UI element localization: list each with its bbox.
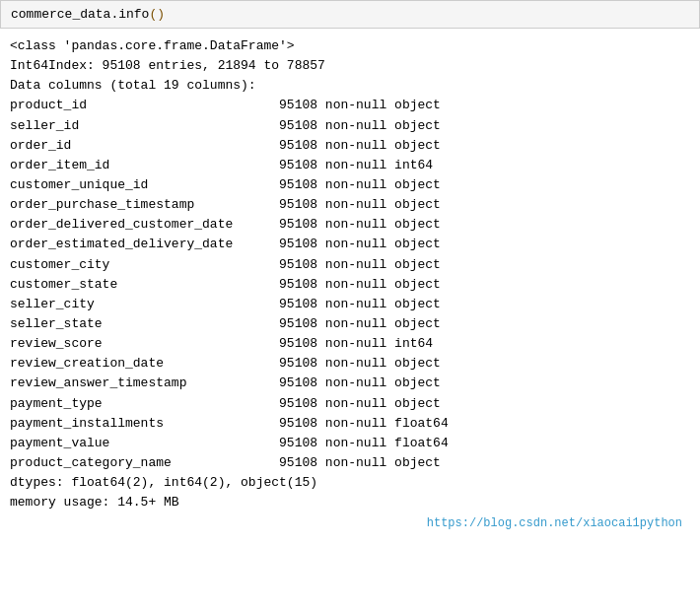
column-row: order_delivered_customer_date 95108 non-… bbox=[10, 215, 690, 235]
column-null: non-null bbox=[325, 414, 394, 434]
column-row: order_id 95108 non-null object bbox=[10, 136, 690, 156]
column-null: non-null bbox=[325, 136, 394, 156]
column-dtype: object bbox=[394, 96, 441, 115]
column-row: product_category_name 95108 non-null obj… bbox=[10, 453, 690, 473]
column-row: payment_value 95108 non-null float64 bbox=[10, 434, 690, 453]
column-dtype: int64 bbox=[394, 156, 433, 175]
column-dtype: object bbox=[394, 374, 441, 393]
column-null: non-null bbox=[325, 434, 394, 453]
column-dtype: object bbox=[394, 136, 441, 156]
column-null: non-null bbox=[325, 334, 394, 354]
column-dtype: float64 bbox=[394, 414, 449, 434]
column-row: customer_city 95108 non-null object bbox=[10, 255, 690, 275]
column-null: non-null bbox=[325, 453, 394, 473]
header-text-1: Int64Index: 95108 entries, 21894 to 7885… bbox=[10, 56, 325, 76]
column-row: seller_city 95108 non-null object bbox=[10, 295, 690, 314]
column-row: product_id 95108 non-null object bbox=[10, 96, 690, 115]
footer-line-0: dtypes: float64(2), int64(2), object(15) bbox=[10, 473, 690, 493]
column-name: customer_city bbox=[10, 255, 279, 275]
column-row: order_estimated_delivery_date 95108 non-… bbox=[10, 235, 690, 254]
column-row: review_answer_timestamp 95108 non-null o… bbox=[10, 374, 690, 393]
column-name: review_answer_timestamp bbox=[10, 374, 279, 393]
column-name: order_delivered_customer_date bbox=[10, 215, 279, 235]
column-name: seller_city bbox=[10, 295, 279, 314]
column-row: order_purchase_timestamp 95108 non-null … bbox=[10, 195, 690, 215]
column-null: non-null bbox=[325, 275, 394, 295]
column-row: seller_id 95108 non-null object bbox=[10, 116, 690, 136]
column-row: customer_unique_id 95108 non-null object bbox=[10, 175, 690, 195]
column-null: non-null bbox=[325, 96, 394, 115]
header-line-2: Data columns (total 19 columns): bbox=[10, 76, 690, 96]
column-count: 95108 bbox=[279, 156, 325, 175]
column-count: 95108 bbox=[279, 434, 325, 453]
column-dtype: object bbox=[394, 314, 441, 334]
column-null: non-null bbox=[325, 295, 394, 314]
column-dtype: int64 bbox=[394, 334, 433, 354]
column-null: non-null bbox=[325, 156, 394, 175]
column-name: review_creation_date bbox=[10, 354, 279, 374]
column-name: payment_installments bbox=[10, 414, 279, 434]
column-dtype: object bbox=[394, 235, 441, 254]
column-count: 95108 bbox=[279, 314, 325, 334]
code-text: commerce_data.info bbox=[11, 7, 149, 22]
column-name: order_id bbox=[10, 136, 279, 156]
header-text-0: <class 'pandas.core.frame.DataFrame'> bbox=[10, 36, 295, 56]
column-dtype: object bbox=[394, 453, 441, 473]
column-name: seller_state bbox=[10, 314, 279, 334]
column-null: non-null bbox=[325, 116, 394, 136]
header-text-2: Data columns (total 19 columns): bbox=[10, 76, 256, 96]
column-name: seller_id bbox=[10, 116, 279, 136]
column-name: payment_value bbox=[10, 434, 279, 453]
column-dtype: object bbox=[394, 394, 441, 414]
column-count: 95108 bbox=[279, 334, 325, 354]
notebook-cell: commerce_data.info() <class 'pandas.core… bbox=[0, 0, 700, 614]
column-null: non-null bbox=[325, 374, 394, 393]
column-name: order_purchase_timestamp bbox=[10, 195, 279, 215]
column-null: non-null bbox=[325, 195, 394, 215]
column-dtype: float64 bbox=[394, 434, 449, 453]
column-count: 95108 bbox=[279, 235, 325, 254]
columns-container: product_id 95108 non-null objectseller_i… bbox=[10, 96, 690, 473]
column-name: order_estimated_delivery_date bbox=[10, 235, 279, 254]
column-count: 95108 bbox=[279, 175, 325, 195]
column-row: seller_state 95108 non-null object bbox=[10, 314, 690, 334]
column-null: non-null bbox=[325, 255, 394, 275]
column-name: customer_state bbox=[10, 275, 279, 295]
column-null: non-null bbox=[325, 314, 394, 334]
column-count: 95108 bbox=[279, 374, 325, 393]
column-dtype: object bbox=[394, 295, 441, 314]
column-dtype: object bbox=[394, 116, 441, 136]
column-name: order_item_id bbox=[10, 156, 279, 175]
column-dtype: object bbox=[394, 195, 441, 215]
column-count: 95108 bbox=[279, 453, 325, 473]
column-name: review_score bbox=[10, 334, 279, 354]
column-null: non-null bbox=[325, 394, 394, 414]
column-count: 95108 bbox=[279, 116, 325, 136]
column-null: non-null bbox=[325, 354, 394, 374]
column-row: review_score 95108 non-null int64 bbox=[10, 334, 690, 354]
column-count: 95108 bbox=[279, 136, 325, 156]
column-dtype: object bbox=[394, 255, 441, 275]
column-count: 95108 bbox=[279, 96, 325, 115]
column-count: 95108 bbox=[279, 195, 325, 215]
column-row: order_item_id 95108 non-null int64 bbox=[10, 156, 690, 175]
header-line-0: <class 'pandas.core.frame.DataFrame'> bbox=[10, 36, 690, 56]
column-null: non-null bbox=[325, 175, 394, 195]
column-name: product_id bbox=[10, 96, 279, 115]
column-count: 95108 bbox=[279, 275, 325, 295]
column-null: non-null bbox=[325, 235, 394, 254]
column-dtype: object bbox=[394, 175, 441, 195]
watermark: https://blog.csdn.net/xiaocai1python bbox=[10, 514, 690, 533]
column-dtype: object bbox=[394, 215, 441, 235]
column-dtype: object bbox=[394, 354, 441, 374]
column-count: 95108 bbox=[279, 215, 325, 235]
column-dtype: object bbox=[394, 275, 441, 295]
column-row: payment_type 95108 non-null object bbox=[10, 394, 690, 414]
column-name: payment_type bbox=[10, 394, 279, 414]
column-count: 95108 bbox=[279, 255, 325, 275]
column-name: product_category_name bbox=[10, 453, 279, 473]
code-input-bar: commerce_data.info() bbox=[0, 0, 700, 29]
column-count: 95108 bbox=[279, 354, 325, 374]
footer-text-0: dtypes: float64(2), int64(2), object(15) bbox=[10, 473, 317, 493]
parens: () bbox=[149, 7, 165, 22]
